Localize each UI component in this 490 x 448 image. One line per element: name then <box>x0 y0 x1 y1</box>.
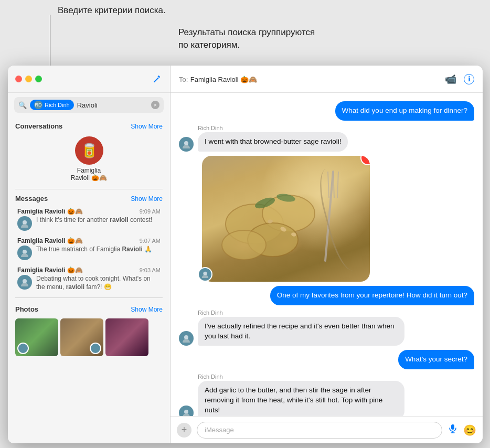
photos-section: Photos Show More <box>8 298 170 361</box>
svg-line-9 <box>328 172 329 198</box>
conversations-title: Conversations <box>15 122 62 130</box>
photo-thumb-2[interactable] <box>60 318 103 356</box>
traffic-lights <box>15 76 42 82</box>
food-image <box>202 156 370 282</box>
msg-time-2: 9:07 AM <box>140 238 161 244</box>
search-contact-tag: RD Rich Dinh <box>30 100 74 110</box>
audio-record-button[interactable] <box>448 423 458 436</box>
titlebar <box>8 66 170 93</box>
chat-avatar-3 <box>198 267 212 282</box>
svg-point-0 <box>23 220 27 225</box>
chat-recipient-name: Famiglia Ravioli 🎃🙈 <box>190 76 257 83</box>
msg-avatar-2 <box>17 246 32 260</box>
svg-rect-20 <box>451 424 454 430</box>
emoji-button[interactable]: 😊 <box>463 424 476 436</box>
chat-msg-3: ❤️ <box>179 156 474 282</box>
photo-thumb-1[interactable] <box>15 318 58 356</box>
conv-avatar-famiglia: 🥫 <box>75 136 103 165</box>
annotation-text1: Введите критерии поиска. <box>58 5 166 16</box>
chat-input-bar: + iMessage 😊 <box>171 416 483 443</box>
msg-preview-row-3: Debating what to cook tonight. What's on… <box>17 275 161 291</box>
search-query-text: Ravioli <box>77 101 148 109</box>
search-icon: 🔍 <box>18 101 27 109</box>
svg-point-2 <box>23 279 27 283</box>
chat-bubble-2: I went with that browned-butter sage rav… <box>198 132 348 152</box>
photos-section-header: Photos Show More <box>8 300 170 315</box>
svg-point-7 <box>222 230 266 260</box>
msg-body-3: Debating what to cook tonight. What's on… <box>36 275 161 291</box>
minimize-button[interactable] <box>25 76 32 82</box>
conversations-section-header: Conversations Show More <box>8 117 170 132</box>
chat-msg-3-group: ❤️ <box>179 156 474 282</box>
food-image-container: ❤️ <box>202 156 370 282</box>
msg-header-3: Famiglia Ravioli 🎃🙈 9:03 AM <box>17 266 161 274</box>
photo-thumb-3[interactable] <box>105 318 148 356</box>
msg-avatar-3 <box>17 275 32 290</box>
msg-header-2: Famiglia Ravioli 🎃🙈 9:07 AM <box>17 237 161 244</box>
chat-panel: To: Famiglia Ravioli 🎃🙈 📹 ℹ What did you… <box>171 66 483 443</box>
sender-name-5: Rich Dinh <box>198 310 474 316</box>
msg-preview-row-2: The true matriarch of Famiglia Ravioli 🙏 <box>17 246 161 260</box>
messages-area: What did you end up making for dinner? R… <box>171 93 483 416</box>
info-icon[interactable]: ℹ <box>464 74 474 84</box>
sidebar: 🔍 RD Rich Dinh Ravioli × Conversations S… <box>8 66 171 443</box>
video-call-icon[interactable]: 📹 <box>445 73 456 85</box>
messages-show-more[interactable]: Show More <box>131 195 163 202</box>
chat-msg-6: What's your secret? <box>179 350 474 369</box>
svg-point-19 <box>184 410 188 414</box>
chat-msg-5: I've actually refined the recipe and it'… <box>179 317 474 346</box>
messages-section-header: Messages Show More <box>8 189 170 205</box>
msg-body-2: The true matriarch of Famiglia Ravioli 🙏 <box>36 246 161 254</box>
messages-title: Messages <box>15 195 48 202</box>
add-button[interactable]: + <box>177 423 191 438</box>
chat-avatar-5 <box>179 331 194 346</box>
chat-msg-7-group: Rich Dinh Add garlic to the butter, and … <box>179 374 474 416</box>
chat-bubble-6: What's your secret? <box>398 350 474 369</box>
maximize-button[interactable] <box>35 76 42 82</box>
svg-line-11 <box>337 172 338 198</box>
app-window: 🔍 RD Rich Dinh Ravioli × Conversations S… <box>8 66 483 443</box>
search-bar[interactable]: 🔍 RD Rich Dinh Ravioli × <box>14 97 164 113</box>
chat-bubble-5: I've actually refined the recipe and it'… <box>198 317 404 346</box>
msg-time-1: 9:09 AM <box>140 208 161 215</box>
close-button[interactable] <box>15 76 22 82</box>
chat-bubble-4: One of my favorites from your repertoire… <box>270 286 474 305</box>
message-result-3[interactable]: Famiglia Ravioli 🎃🙈 9:03 AM Debating wha… <box>10 263 168 294</box>
conversation-item-famiglia[interactable]: 🥫 FamigliaRavioli 🎃🙈 <box>8 132 170 186</box>
message-result-1[interactable]: Famiglia Ravioli 🎃🙈 9:09 AM I think it's… <box>10 205 168 234</box>
message-input[interactable]: iMessage <box>197 422 442 439</box>
svg-point-18 <box>184 335 188 339</box>
svg-line-10 <box>333 172 334 198</box>
sender-name-7: Rich Dinh <box>198 374 474 380</box>
search-clear-button[interactable]: × <box>151 101 159 109</box>
chat-bubble-1: What did you end up making for dinner? <box>335 101 474 121</box>
chat-avatar-2 <box>179 137 194 152</box>
chat-avatar-7 <box>179 406 194 416</box>
message-result-2[interactable]: Famiglia Ravioli 🎃🙈 9:07 AM The true mat… <box>10 234 168 263</box>
chat-header-actions: 📹 ℹ <box>445 73 474 85</box>
sidebar-content: Conversations Show More 🥫 FamigliaRaviol… <box>8 117 170 443</box>
chat-to-label: To: <box>179 76 188 83</box>
msg-header-1: Famiglia Ravioli 🎃🙈 9:09 AM <box>17 208 161 215</box>
msg-from-2: Famiglia Ravioli 🎃🙈 <box>17 237 83 244</box>
chat-msg-2: I went with that browned-butter sage rav… <box>179 132 474 152</box>
msg-from-3: Famiglia Ravioli 🎃🙈 <box>17 266 83 274</box>
photo-person-2 <box>90 343 101 354</box>
photos-grid <box>8 315 170 359</box>
msg-body-1: I think it's time for another ravioli co… <box>36 216 161 225</box>
search-tag-name: Rich Dinh <box>45 102 70 108</box>
msg-time-3: 9:03 AM <box>140 267 161 273</box>
svg-point-3 <box>184 141 188 145</box>
annotation-area: Введите критерии поиска. Результаты поис… <box>0 0 490 68</box>
conversations-show-more[interactable]: Show More <box>131 123 163 130</box>
chat-bubble-7: Add garlic to the butter, and then stir … <box>198 381 404 416</box>
photos-show-more[interactable]: Show More <box>131 306 163 313</box>
compose-button[interactable] <box>151 73 163 85</box>
chat-msg-2-group: Rich Dinh I went with that browned-butte… <box>179 125 474 152</box>
svg-point-1 <box>23 250 27 254</box>
chat-recipient-area: To: Famiglia Ravioli 🎃🙈 <box>179 74 257 84</box>
msg-preview-row-1: I think it's time for another ravioli co… <box>17 216 161 231</box>
search-tag-avatar: RD <box>34 101 42 109</box>
chat-header: To: Famiglia Ravioli 🎃🙈 📹 ℹ <box>171 66 483 93</box>
chat-msg-4: One of my favorites from your repertoire… <box>179 286 474 305</box>
